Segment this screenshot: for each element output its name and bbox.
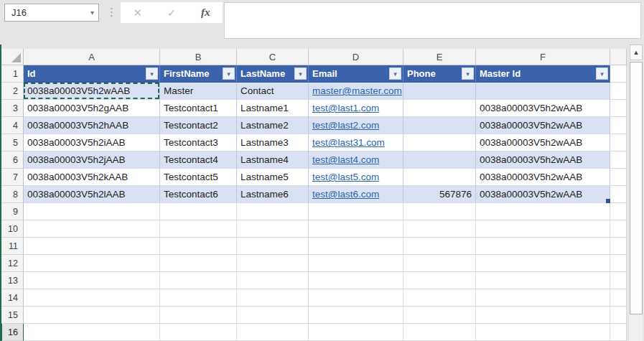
cell-F8[interactable]: 0038a00003V5h2wAAB [476,186,610,203]
filter-dropdown-icon[interactable]: ▾ [223,67,235,80]
cell-E13[interactable] [403,272,476,289]
email-link[interactable]: test@last4.com [312,154,379,165]
column-header-F[interactable]: F [476,49,610,65]
cell-F5[interactable]: 0038a00003V5h2wAAB [476,134,610,151]
column-header-C[interactable]: C [237,49,309,65]
cell-B6[interactable]: Testcontact4 [160,151,237,169]
cell-C11[interactable] [237,238,309,255]
cell-F15[interactable] [476,307,610,324]
cell-A4[interactable]: 0038a00003V5h2hAAB [24,117,160,134]
cell-A11[interactable] [24,238,160,255]
cell-E15[interactable] [403,307,476,324]
cell-F2[interactable] [476,83,610,100]
row-header-14[interactable]: 14 [1,289,24,307]
cell-C7[interactable]: Lastname5 [237,169,309,186]
cell-G2[interactable] [610,83,627,100]
cell-D11[interactable] [309,238,403,255]
cell-D4[interactable]: test@last2.com [309,117,403,134]
cell-B13[interactable] [160,272,237,289]
cell-G11[interactable] [610,238,627,255]
email-link[interactable]: test@last1.com [312,103,379,113]
column-header-G[interactable] [610,49,627,65]
row-header-7[interactable]: 7 [1,169,24,186]
cell-C13[interactable] [237,272,309,289]
cell-D9[interactable] [309,203,403,220]
cell-G10[interactable] [610,220,627,238]
cell-D10[interactable] [309,220,403,238]
cell-C10[interactable] [237,220,309,238]
vertical-scrollbar[interactable]: ▲ [628,45,643,341]
cell-E5[interactable] [403,134,476,151]
email-link[interactable]: test@last31.com [312,137,385,148]
row-header-15[interactable]: 15 [1,307,24,324]
cell-B9[interactable] [160,203,237,220]
cell-G13[interactable] [610,272,627,289]
cell-C15[interactable] [237,307,309,324]
cell-E1[interactable]: Phone▾ [403,65,476,83]
table-resize-handle[interactable] [606,199,610,203]
cell-B10[interactable] [160,220,237,238]
cell-G15[interactable] [610,307,627,324]
row-header-10[interactable]: 10 [1,220,24,238]
cell-E12[interactable] [403,255,476,272]
select-all-button[interactable] [1,49,24,65]
cell-A5[interactable]: 0038a00003V5h2iAAB [24,134,160,151]
cell-C3[interactable]: Lastname1 [237,100,309,117]
cell-D12[interactable] [309,255,403,272]
cell-A6[interactable]: 0038a00003V5h2jAAB [24,151,160,169]
row-header-9[interactable]: 9 [1,203,24,220]
cell-G7[interactable] [610,169,627,186]
cell-F7[interactable]: 0038a00003V5h2wAAB [476,169,610,186]
filter-dropdown-icon[interactable]: ▾ [146,67,158,80]
cell-E6[interactable] [403,151,476,169]
cell-D15[interactable] [309,307,403,324]
column-header-A[interactable]: A [24,49,160,65]
column-header-D[interactable]: D [309,49,403,65]
cell-B8[interactable]: Testcontact6 [160,186,237,203]
cell-B16[interactable] [160,324,237,341]
cell-D16[interactable] [309,324,403,341]
cell-C5[interactable]: Lastname3 [237,134,309,151]
row-header-8[interactable]: 8 [1,186,24,203]
row-header-3[interactable]: 3 [1,100,24,117]
filter-dropdown-icon[interactable]: ▾ [596,67,608,80]
cell-D5[interactable]: test@last31.com [309,134,403,151]
cell-B4[interactable]: Testcontact2 [160,117,237,134]
cell-B12[interactable] [160,255,237,272]
cell-B11[interactable] [160,238,237,255]
cell-G6[interactable] [610,151,627,169]
cell-C4[interactable]: Lastname2 [237,117,309,134]
cell-C2[interactable]: Contact [237,83,309,100]
cell-G5[interactable] [610,134,627,151]
cell-D6[interactable]: test@last4.com [309,151,403,169]
cell-F14[interactable] [476,289,610,307]
insert-function-icon[interactable]: fx [201,6,210,19]
cell-E14[interactable] [403,289,476,307]
cell-D1[interactable]: Email▾ [309,65,403,83]
cell-G14[interactable] [610,289,627,307]
cell-A1[interactable]: Id▾ [24,65,160,83]
row-header-1[interactable]: 1 [1,65,24,83]
cell-G3[interactable] [610,100,627,117]
cell-B1[interactable]: FirstName▾ [160,65,237,83]
cell-D8[interactable]: test@last6.com [309,186,403,203]
cancel-icon[interactable]: ✕ [133,6,142,19]
cell-D13[interactable] [309,272,403,289]
cell-C1[interactable]: LastName▾ [237,65,309,83]
email-link[interactable]: test@last5.com [312,172,379,182]
cell-F13[interactable] [476,272,610,289]
cell-F10[interactable] [476,220,610,238]
column-header-E[interactable]: E [403,49,476,65]
cell-B2[interactable]: Master [160,83,237,100]
cell-E7[interactable] [403,169,476,186]
row-header-13[interactable]: 13 [1,272,24,289]
cell-G9[interactable] [610,203,627,220]
cell-A2[interactable]: 0038a00003V5h2wAAB [24,83,160,100]
cell-D2[interactable]: master@master.com [309,83,403,100]
cell-C12[interactable] [237,255,309,272]
cell-G8[interactable] [610,186,627,203]
cell-F12[interactable] [476,255,610,272]
cell-B15[interactable] [160,307,237,324]
cell-A14[interactable] [24,289,160,307]
cell-A13[interactable] [24,272,160,289]
